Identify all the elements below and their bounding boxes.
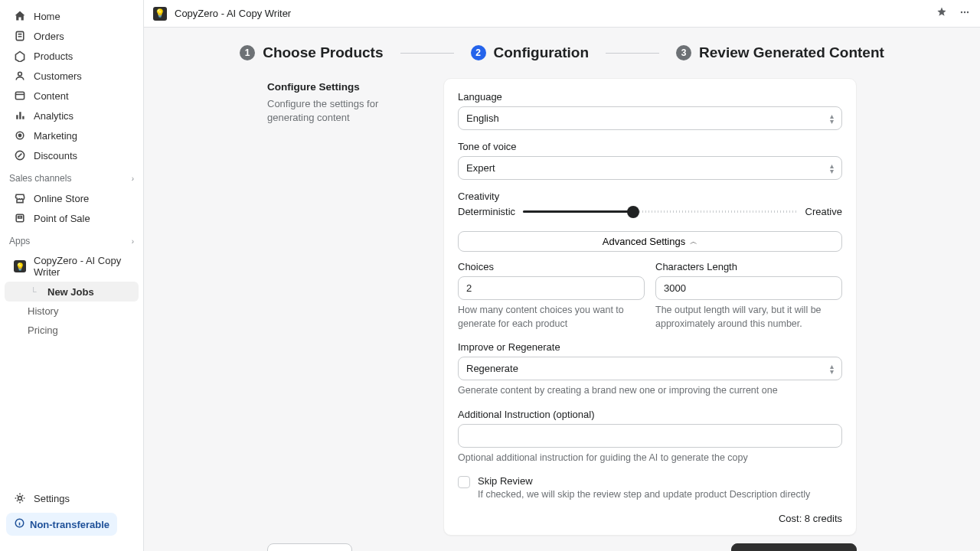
config-card: Language English ▴▾ Tone of voice Expert… <box>443 78 857 536</box>
main: 💡 CopyZero - AI Copy Writer 1 Choose Pro… <box>144 0 980 551</box>
previous-step-button[interactable]: Previous Step <box>267 543 352 552</box>
marketing-icon <box>14 129 26 142</box>
step-2[interactable]: 2 Configuration <box>471 44 590 61</box>
orders-icon <box>14 30 26 42</box>
sidebar-item-analytics[interactable]: Analytics <box>5 106 139 126</box>
sidebar-item-pos[interactable]: Point of Sale <box>5 208 139 228</box>
svg-point-1 <box>18 72 22 76</box>
sidebar-item-label: Home <box>34 11 60 22</box>
sidebar-item-content[interactable]: Content <box>5 86 139 106</box>
sidebar-item-home[interactable]: Home <box>5 6 139 26</box>
sidebar-item-label: New Jobs <box>47 286 94 298</box>
improve-label: Improve or Regenerate <box>458 341 842 353</box>
creativity-label: Creativity <box>458 191 842 202</box>
instruction-input[interactable] <box>458 424 842 448</box>
sidebar-item-label: Discounts <box>34 150 77 161</box>
panel-title: Configure Settings <box>267 81 428 93</box>
improve-select[interactable]: Regenerate ▴▾ <box>458 357 842 380</box>
step-label: Choose Products <box>263 44 383 61</box>
step-number: 2 <box>471 45 486 60</box>
chars-label: Characters Length <box>655 261 842 272</box>
topbar: 💡 CopyZero - AI Copy Writer <box>144 0 980 28</box>
config-panel: Configure Settings Configure the setting… <box>267 78 857 536</box>
tone-label: Tone of voice <box>458 141 842 152</box>
chevron-updown-icon: ▴▾ <box>830 113 834 124</box>
instruction-help: Optional additional instruction for guid… <box>458 452 842 465</box>
sidebar-item-orders[interactable]: Orders <box>5 26 139 46</box>
improve-help: Generate content by creating a brand new… <box>458 384 842 398</box>
app-logo-icon: 💡 <box>14 260 26 272</box>
cost-label: Cost: 8 credits <box>458 513 842 524</box>
chevron-up-icon: ︿ <box>690 236 697 247</box>
gear-icon <box>14 492 26 504</box>
slider-thumb[interactable] <box>627 206 639 218</box>
info-icon <box>14 517 25 531</box>
start-generate-button[interactable]: Start Generate Content <box>731 543 857 552</box>
sidebar-item-new-jobs[interactable]: └ New Jobs <box>5 282 139 302</box>
pin-icon[interactable] <box>936 6 948 21</box>
step-number: 1 <box>240 45 255 60</box>
tree-connector-icon: └ <box>28 285 40 298</box>
more-icon[interactable] <box>959 6 971 21</box>
svg-point-8 <box>18 497 22 500</box>
store-icon <box>14 192 26 204</box>
app-logo-icon: 💡 <box>153 7 167 21</box>
step-separator <box>400 53 454 54</box>
svg-rect-7 <box>18 217 22 218</box>
stepper: 1 Choose Products 2 Configuration 3 Revi… <box>144 44 980 61</box>
analytics-icon <box>14 109 26 122</box>
sidebar: Home Orders Products Customers Content A… <box>0 0 144 551</box>
skip-review-checkbox[interactable] <box>458 476 470 488</box>
sidebar-item-history[interactable]: History <box>5 302 139 321</box>
sidebar-section-sales[interactable]: Sales channels › <box>0 168 143 188</box>
step-number: 3 <box>676 45 691 60</box>
sidebar-item-settings[interactable]: Settings <box>5 488 139 508</box>
chevron-right-icon: › <box>132 237 134 246</box>
language-label: Language <box>458 91 842 103</box>
advanced-settings-button[interactable]: Advanced Settings ︿ <box>458 231 842 252</box>
choices-help: How many content choices you want to gen… <box>458 304 645 331</box>
sidebar-item-marketing[interactable]: Marketing <box>5 126 139 145</box>
sidebar-item-label: Marketing <box>34 130 77 142</box>
sidebar-item-discounts[interactable]: Discounts <box>5 145 139 165</box>
step-1[interactable]: 1 Choose Products <box>240 44 383 61</box>
chars-input[interactable] <box>655 276 842 300</box>
chevron-updown-icon: ▴▾ <box>830 163 834 174</box>
language-select[interactable]: English ▴▾ <box>458 106 842 130</box>
sidebar-item-label: Customers <box>34 70 82 82</box>
choices-label: Choices <box>458 261 645 272</box>
discounts-icon <box>14 149 26 161</box>
products-icon <box>14 50 26 62</box>
sidebar-item-label: Products <box>34 51 73 62</box>
sidebar-item-customers[interactable]: Customers <box>5 66 139 86</box>
content-icon <box>14 90 26 102</box>
sidebar-section-apps[interactable]: Apps › <box>0 231 143 251</box>
sidebar-item-pricing[interactable]: Pricing <box>5 321 139 340</box>
content: 1 Choose Products 2 Configuration 3 Revi… <box>144 28 980 551</box>
sidebar-item-label: Settings <box>34 493 70 504</box>
sidebar-item-label: CopyZero - AI Copy Writer <box>34 255 129 278</box>
panel-desc: Configure the settings for generating co… <box>267 97 428 125</box>
sidebar-item-copyzero[interactable]: 💡 CopyZero - AI Copy Writer <box>5 251 139 282</box>
creativity-slider[interactable] <box>523 210 797 213</box>
choices-input[interactable] <box>458 276 645 300</box>
chevron-updown-icon: ▴▾ <box>830 364 834 374</box>
sidebar-item-label: History <box>28 305 58 317</box>
tone-select[interactable]: Expert ▴▾ <box>458 156 842 180</box>
sidebar-item-label: Orders <box>34 31 64 42</box>
sidebar-item-online-store[interactable]: Online Store <box>5 188 139 208</box>
customers-icon <box>14 70 26 82</box>
panel-description: Configure Settings Configure the setting… <box>267 78 428 536</box>
skip-review-row: Skip Review If checked, we will skip the… <box>458 475 842 502</box>
svg-point-10 <box>961 11 962 13</box>
sidebar-item-label: Content <box>34 90 69 102</box>
skip-review-help: If checked, we will skip the review step… <box>478 488 810 502</box>
sidebar-item-label: Pricing <box>28 324 58 336</box>
step-3[interactable]: 3 Review Generated Content <box>676 44 884 61</box>
page-title: CopyZero - AI Copy Writer <box>175 8 291 19</box>
sidebar-item-products[interactable]: Products <box>5 46 139 66</box>
step-separator <box>606 53 659 54</box>
slider-right-label: Creative <box>805 206 842 217</box>
chars-help: The output length will vary, but it will… <box>655 304 842 331</box>
instruction-label: Additional Instruction (optional) <box>458 409 842 420</box>
